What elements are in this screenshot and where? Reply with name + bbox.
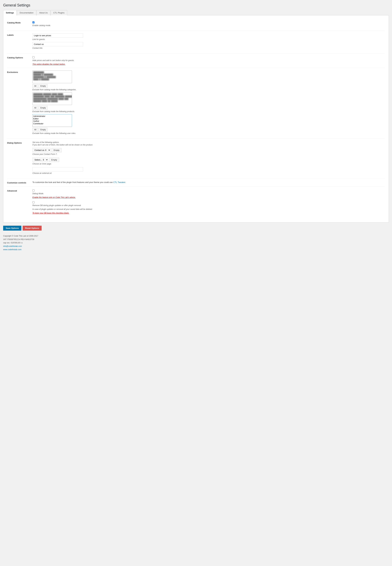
tab-ctl-plugins[interactable]: CTL Plugins bbox=[51, 10, 67, 15]
reset-options-button[interactable]: Reset Options bbox=[23, 226, 42, 231]
footer-email-link[interactable]: info@codethislab.com bbox=[3, 245, 22, 247]
exclusions-categories-list[interactable]: ████████ ██████ █ ███████ ████████ █ ███… bbox=[32, 70, 72, 83]
footer-website-link[interactable]: www.codethislab.com bbox=[3, 248, 21, 251]
dialog-external-url-input[interactable] bbox=[32, 167, 83, 171]
exclusions-categories-btn-row: All Empty bbox=[32, 84, 385, 88]
catalog-mode-checkbox[interactable] bbox=[32, 21, 34, 23]
catalog-options-red-note: This option disables the contact button. bbox=[32, 63, 385, 65]
advanced-content: Debug Mode. Enable this feature only on … bbox=[32, 189, 385, 217]
dialog-options-desc1: Set one of the following options. bbox=[32, 141, 385, 143]
exclusions-categories-desc: Exclude from catalog mode the following … bbox=[32, 89, 385, 91]
footer-line1: Copyright © Code This Lab srl 2009-2017 bbox=[3, 234, 389, 238]
exclusions-roles-desc: Exclude from catalog mode the following … bbox=[32, 132, 385, 134]
dialog-options-content: Set one of the following options. If you… bbox=[32, 141, 385, 176]
labels-row: Labels Link for guests. Contact link. bbox=[7, 31, 385, 54]
exclusions-products-empty-btn[interactable]: Empty bbox=[39, 106, 47, 110]
exclusions-roles-all-btn[interactable]: All bbox=[32, 128, 38, 132]
remove-db-block: Remove DB during plugin updates or after… bbox=[32, 201, 385, 214]
save-options-button[interactable]: Save Options bbox=[3, 226, 21, 231]
exclusions-roles-container: Administrator Editor Author Contributor … bbox=[32, 114, 385, 134]
remove-db-checkbox-row bbox=[32, 201, 385, 203]
catalog-options-checkbox[interactable] bbox=[32, 56, 34, 58]
settings-panel: Catalog Mode Enable catalog mode. Labels… bbox=[3, 15, 389, 222]
exclusions-products-desc: Exclude from catalog mode the following … bbox=[32, 110, 385, 113]
labels-field2[interactable] bbox=[32, 42, 83, 46]
tab-settings[interactable]: Settings bbox=[3, 10, 17, 15]
tab-documentation[interactable]: Documentation bbox=[17, 10, 36, 15]
category-option-1[interactable]: ████████ bbox=[33, 71, 71, 73]
advanced-label: Advanced bbox=[7, 189, 32, 192]
remove-db-label: Remove DB during plugin updates or after… bbox=[32, 204, 385, 207]
dialog-contact-form-row: Contact us ⇕ Empty bbox=[32, 148, 385, 152]
exclusions-products-container: ███████ ██████ ████ ████ ████████ ████ █… bbox=[32, 92, 385, 113]
footer-info: Copyright © Code This Lab srl 2009-2017 … bbox=[3, 234, 389, 251]
dialog-inner-page-row: Select... ⇕ Empty bbox=[32, 157, 385, 162]
advanced-row: Advanced Debug Mode. Enable this feature… bbox=[7, 187, 385, 219]
exclusions-roles-empty-btn[interactable]: Empty bbox=[39, 128, 47, 132]
catalog-options-row: Catalog Options Hide prices and add to c… bbox=[7, 54, 385, 68]
footer-buttons: Save Options Reset Options bbox=[3, 226, 389, 231]
dialog-contact-form-select[interactable]: Contact us ⇕ bbox=[32, 148, 51, 152]
customize-controls-text: To customize the look and feel of the pl… bbox=[32, 181, 113, 183]
tab-about-us[interactable]: About Us bbox=[37, 10, 50, 15]
dialog-inner-page-desc: Choose an inner page. bbox=[32, 163, 385, 165]
catalog-mode-content: Enable catalog mode. bbox=[32, 21, 385, 28]
catalog-options-checkbox-row bbox=[32, 56, 385, 58]
catalog-mode-row: Catalog Mode Enable catalog mode. bbox=[7, 18, 385, 31]
role-option-editor[interactable]: Editor bbox=[33, 118, 71, 120]
ctl-tweaker-link[interactable]: CTL Tweaker bbox=[113, 181, 125, 183]
dialog-inner-page-empty-btn[interactable]: Empty bbox=[49, 158, 59, 162]
dialog-options-row: Dialog Options Set one of the following … bbox=[7, 139, 385, 179]
debug-checkbox-row bbox=[32, 189, 385, 192]
category-option-4[interactable]: ████ █ ██████ bbox=[33, 78, 71, 80]
dialog-contact-form-empty-btn[interactable]: Empty bbox=[52, 148, 62, 152]
exclusions-categories-all-btn[interactable]: All bbox=[32, 84, 38, 88]
page-title: General Settings bbox=[3, 3, 389, 7]
category-option-3[interactable]: ████████ █ ███████ bbox=[33, 76, 71, 78]
exclusions-products-list[interactable]: ███████ ██████ ████ ████ ████████ ████ █… bbox=[32, 92, 72, 105]
product-option-2[interactable]: ████████ ████ ███ ███████ ██████ bbox=[33, 95, 71, 97]
debug-mode-checkbox[interactable] bbox=[32, 190, 34, 192]
exclusions-products-all-btn[interactable]: All bbox=[32, 106, 38, 110]
labels-field1-desc: Link for guests. bbox=[32, 38, 385, 41]
product-option-4[interactable]: ██████ ████ ██ █████ bbox=[33, 100, 71, 102]
labels-content: Link for guests. Contact link. bbox=[32, 33, 385, 51]
exclusions-row: Exclusions ████████ ██████ █ ███████ ███… bbox=[7, 68, 385, 139]
customize-controls-text-after: . bbox=[125, 181, 126, 183]
catalog-options-content: Hide prices and add to cart button only … bbox=[32, 56, 385, 65]
role-option-contributor[interactable]: Contributor bbox=[33, 122, 71, 125]
catalog-mode-checkbox-row bbox=[32, 21, 385, 23]
exclusions-categories-empty-btn[interactable]: Empty bbox=[39, 84, 47, 88]
footer-line2: VAT IT06367951214 REA NA810739 bbox=[3, 238, 389, 241]
exclusions-label: Exclusions bbox=[7, 70, 32, 73]
catalog-mode-description: Enable catalog mode. bbox=[32, 24, 385, 27]
exclusions-roles-list[interactable]: Administrator Editor Author Contributor bbox=[32, 114, 72, 127]
labels-field1[interactable] bbox=[32, 33, 83, 38]
exclusions-categories-container: ████████ ██████ █ ███████ ████████ █ ███… bbox=[32, 70, 385, 91]
dialog-inner-page-select[interactable]: Select... ⇕ bbox=[32, 157, 48, 162]
category-option-2[interactable]: ██████ █ ███████ bbox=[33, 73, 71, 76]
remove-db-red-note: To keep your DB leave this checkbox blan… bbox=[32, 212, 385, 214]
catalog-options-label: Catalog Options bbox=[7, 56, 32, 59]
exclusions-content: ████████ ██████ █ ███████ ████████ █ ███… bbox=[32, 70, 385, 136]
product-option-1[interactable]: ███████ ██████ ████ ████ bbox=[33, 93, 71, 95]
nav-tabs: Settings Documentation About Us CTL Plug… bbox=[3, 10, 389, 15]
catalog-mode-label: Catalog Mode bbox=[7, 21, 32, 24]
debug-mode-label: Debug Mode. bbox=[32, 193, 385, 195]
customize-controls-content: To customize the look and feel of the pl… bbox=[32, 181, 385, 183]
exclusions-products-btn-row: All Empty bbox=[32, 106, 385, 110]
dialog-contact-form-desc: Choose your Contact Form 7. bbox=[32, 153, 385, 155]
dialog-options-label: Dialog Options bbox=[7, 141, 32, 144]
debug-mode-block: Debug Mode. Enable this feature only on … bbox=[32, 189, 385, 198]
product-option-3[interactable]: ██████████ ████████ ████ ███ bbox=[33, 98, 71, 100]
footer-line3: cap soc. €16'000,00 i.v. bbox=[3, 241, 389, 245]
dialog-external-url-desc: Choose an external url. bbox=[32, 172, 385, 174]
role-option-author[interactable]: Author bbox=[33, 120, 71, 122]
remove-db-checkbox[interactable] bbox=[32, 201, 34, 203]
role-option-administrator[interactable]: Administrator bbox=[33, 115, 71, 118]
labels-label: Labels bbox=[7, 33, 32, 36]
remove-db-note1: In case of plugin updates or removal all… bbox=[32, 208, 385, 210]
debug-mode-red-note: Enable this feature only on Code This La… bbox=[32, 196, 385, 198]
customize-controls-label: Customize controls bbox=[7, 181, 32, 184]
customize-controls-row: Customize controls To customize the look… bbox=[7, 179, 385, 187]
